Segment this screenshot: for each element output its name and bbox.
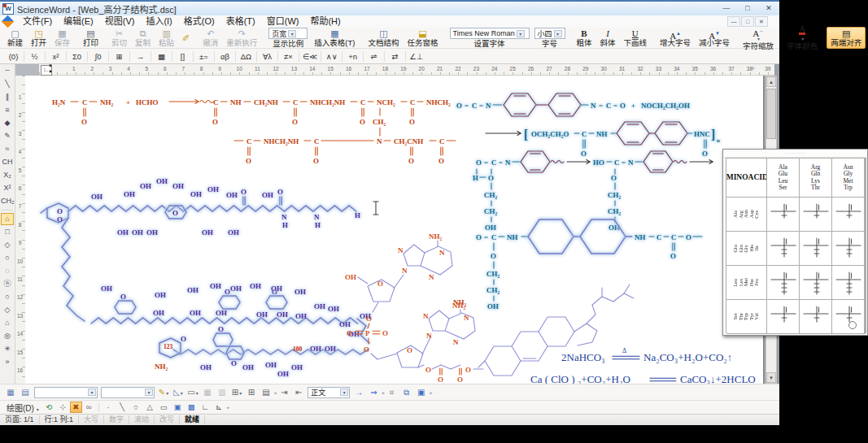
underline-button[interactable]: U下画线 (620, 27, 652, 49)
horizontal-ruler[interactable]: ∟ ▼ ▲ ⌂ 12345678910111213141516171819202… (39, 64, 774, 76)
format-tool-button[interactable]: ▦ (3, 386, 18, 399)
justify-button[interactable]: ▤两端对齐 (827, 27, 866, 49)
chem-tool-button[interactable]: □ (1, 226, 14, 238)
draw-tool-button[interactable]: ∟ (198, 402, 212, 413)
undo-button[interactable]: ↶撤消 (198, 27, 222, 49)
chem-tool-button[interactable]: ◎ (1, 330, 14, 342)
draw-tool-button[interactable]: ∞ (82, 402, 96, 413)
chevron-down-icon[interactable]: ▾ (88, 389, 96, 396)
cut-button[interactable]: ✂剪切 (107, 27, 131, 49)
amino-structure-cell[interactable] (767, 198, 800, 232)
math-symbol-button[interactable]: ▦ (153, 50, 170, 63)
amino-structure-cell[interactable] (800, 198, 832, 232)
chem-tool-button[interactable]: ≡ (1, 104, 14, 116)
bold-button[interactable]: B粗体 (573, 27, 596, 49)
format-combo[interactable]: ▾ (101, 387, 155, 398)
format-combo[interactable]: ▾ (34, 387, 98, 398)
amino-structure-cell[interactable] (767, 232, 800, 266)
amino-structure-cell[interactable] (832, 198, 865, 232)
toolbar-overflow-icon[interactable]: » (430, 390, 432, 395)
format-tool-button[interactable]: ✎▾ (156, 386, 171, 399)
draw-tool-button[interactable]: ▣ (171, 402, 185, 413)
chem-tool-button[interactable]: CH₂ (1, 195, 14, 207)
math-symbol-button[interactable]: ∠⊥ (408, 50, 425, 63)
chevron-down-icon[interactable]: ▾ (340, 389, 348, 396)
scroll-down-arrow[interactable]: ▼ (766, 372, 776, 383)
copy-button[interactable]: ⧉复制 (131, 27, 155, 49)
math-symbol-button[interactable]: ΔΩ (238, 50, 255, 63)
shrink-font-button[interactable]: A▼减小字号 (695, 27, 734, 49)
math-symbol-button[interactable]: → (132, 50, 149, 63)
chevron-down-icon[interactable]: ▾ (757, 36, 760, 41)
maximize-button[interactable]: □ (737, 2, 758, 15)
math-symbol-button[interactable]: ⇄ (386, 50, 403, 63)
format-tool-button[interactable]: ⌗ (385, 386, 399, 399)
draw-tool-button[interactable]: ⊾ (212, 402, 226, 413)
chem-tool-button[interactable]: ⓝ (1, 278, 14, 290)
left-indent-marker[interactable]: ▲ (48, 68, 53, 73)
draw-tool-button[interactable]: · (102, 402, 116, 413)
amino-structure-cell[interactable] (800, 266, 832, 300)
amino-structure-cell[interactable] (800, 232, 832, 266)
chevron-down-icon[interactable]: ▾ (181, 391, 183, 396)
math-symbol-button[interactable]: ⇌ (365, 50, 382, 63)
menu-item[interactable]: 插入(I) (140, 15, 177, 28)
chem-tool-button[interactable]: ○ (1, 291, 14, 303)
format-tool-button[interactable]: ⇥ (277, 386, 291, 399)
math-symbol-button[interactable]: ∧∨ (323, 50, 340, 63)
chem-tool-button[interactable]: ≈ (1, 143, 14, 155)
font-color-button[interactable]: A▾字体颜色 (783, 27, 822, 49)
format-tool-button[interactable]: ▥ (215, 386, 229, 399)
char-scale-button[interactable]: A↔▾字符缩放 (739, 27, 778, 49)
amino-structure-cell[interactable] (832, 232, 865, 266)
math-symbol-button[interactable]: x² (47, 50, 64, 63)
draw-tool-button[interactable]: ▩ (185, 402, 198, 413)
math-symbol-button[interactable]: ±= (195, 50, 212, 63)
format-painter-button[interactable]: ✐ (178, 27, 194, 49)
chem-tool-button[interactable]: » (1, 356, 14, 368)
format-tool-button[interactable]: ⧉ (399, 386, 414, 399)
draw-tool-button[interactable]: ╲ (116, 402, 129, 413)
italic-button[interactable]: I斜体 (596, 27, 620, 49)
chevron-down-icon[interactable]: ▾ (517, 30, 525, 37)
chevron-down-icon[interactable]: ▾ (554, 30, 562, 37)
format-tool-button[interactable]: ▤ (18, 386, 33, 399)
chem-tool-button[interactable]: ⌂ (1, 317, 14, 329)
amino-structure-cell[interactable] (767, 266, 800, 300)
draw-tool-button[interactable]: ⟲ (42, 402, 56, 413)
open-folder-button[interactable]: ◳打开 (27, 27, 50, 49)
menu-item[interactable]: 编辑(E) (58, 15, 99, 28)
format-tool-button[interactable]: ◺▾ (171, 386, 185, 399)
redo-button[interactable]: ↷重新执行 (222, 27, 261, 49)
menu-item[interactable]: 表格(T) (220, 15, 261, 28)
amino-structure-cell[interactable] (832, 266, 865, 300)
format-tool-button[interactable]: ▤ (259, 386, 273, 399)
format-tool-button[interactable]: ⇒ (366, 386, 381, 399)
chevron-down-icon[interactable]: ▾ (196, 391, 198, 396)
chem-tool-button[interactable]: ◆ (1, 117, 14, 129)
task-pane-button[interactable]: ⬓任务窗格 (403, 27, 443, 49)
chem-tool-button[interactable]: ✎ (1, 130, 14, 142)
chem-tool-button[interactable]: ○ (1, 252, 14, 264)
math-symbol-button[interactable]: Σ0 (68, 50, 85, 63)
draw-tool-button[interactable]: ▭ (157, 402, 171, 413)
palette-drag-handle[interactable]: ········· (723, 150, 867, 158)
menu-item[interactable]: 视图(V) (99, 15, 141, 28)
chevron-down-icon[interactable]: ▾ (288, 30, 296, 37)
math-symbol-button[interactable]: [] (174, 50, 191, 63)
document-page[interactable] (25, 76, 764, 384)
chevron-down-icon[interactable]: ▾ (166, 391, 168, 396)
grow-font-button[interactable]: A▲增大字号 (656, 27, 695, 49)
format-tool-button[interactable]: ⇤ (291, 386, 306, 399)
draw-tool-button[interactable]: ✖ (70, 402, 82, 413)
draw-tool-button[interactable]: ○ (129, 402, 143, 413)
menu-item[interactable]: 窗口(W) (261, 15, 305, 28)
close-button[interactable]: ✕ (758, 2, 779, 15)
menu-item[interactable]: 格式(O) (178, 15, 220, 28)
scrollbar-thumb[interactable] (766, 89, 776, 139)
chevron-down-icon[interactable]: ▾ (801, 36, 804, 41)
chevron-down-icon[interactable]: ▾ (145, 389, 153, 396)
math-symbol-button[interactable]: +n (344, 50, 361, 63)
chem-tool-button[interactable]: ◇ (1, 304, 14, 316)
chem-tool-button[interactable]: ╲ (1, 78, 14, 90)
